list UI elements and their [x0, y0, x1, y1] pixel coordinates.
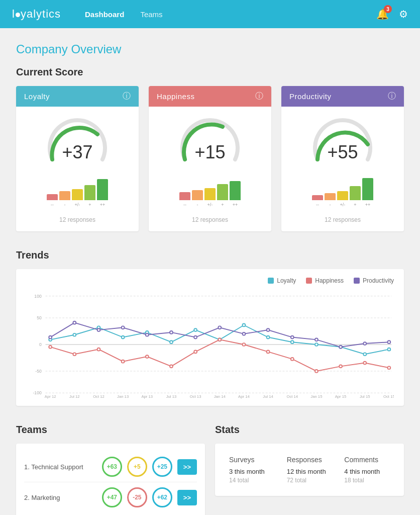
bar-label: ++ — [230, 202, 241, 207]
page-title: Company Overview — [16, 42, 404, 56]
bar-label: ++ — [97, 202, 108, 207]
bar-item — [47, 194, 58, 200]
legend-productivity: Productivity — [354, 277, 394, 284]
bar-label: ++ — [362, 202, 373, 207]
team-score-loyalty: +63 — [102, 457, 122, 477]
nav-teams[interactable]: Teams — [140, 10, 162, 19]
score-cards: Loyalty ⓘ +37 — [16, 86, 404, 231]
svg-point-27 — [97, 348, 100, 351]
svg-point-38 — [363, 362, 366, 365]
team-arrow-button[interactable]: >> — [177, 459, 197, 475]
productivity-gauge: +55 — [310, 117, 375, 167]
bar-item — [350, 186, 361, 200]
stat-responses-title: Responses — [287, 456, 333, 464]
loyalty-bar-labels: -- - +/- + ++ — [47, 202, 108, 207]
bar-item — [192, 190, 203, 200]
svg-text:Apr 14: Apr 14 — [238, 394, 250, 399]
stat-comments: Comments 4 this month 18 total — [338, 452, 396, 488]
svg-point-24 — [387, 348, 390, 351]
stat-comments-title: Comments — [344, 456, 390, 464]
svg-text:-100: -100 — [33, 390, 42, 395]
bar-label: +/- — [72, 202, 83, 207]
stat-responses-total: 72 total — [287, 477, 333, 484]
svg-point-16 — [194, 328, 197, 331]
svg-text:Jan 15: Jan 15 — [310, 394, 322, 399]
team-row: 2. Marketing +47 -25 +62 >> — [24, 482, 197, 512]
loyalty-info-icon[interactable]: ⓘ — [123, 91, 131, 102]
svg-text:Apr 12: Apr 12 — [45, 394, 56, 399]
main-content: Company Overview Current Score Loyalty ⓘ… — [0, 28, 420, 515]
settings-button[interactable]: ⚙ — [399, 8, 408, 20]
loyalty-value: +37 — [45, 142, 110, 163]
main-nav: Dashboard Teams — [85, 10, 163, 19]
legend-loyalty-label: Loyalty — [277, 277, 296, 284]
bar-item — [59, 191, 70, 200]
productivity-bar-chart: -- - +/- + ++ — [289, 175, 396, 207]
bar-item — [325, 193, 336, 200]
svg-point-33 — [243, 343, 246, 346]
svg-text:Oct 14: Oct 14 — [286, 394, 298, 399]
trends-chart-area: 100 50 0 -50 -100 — [26, 289, 394, 400]
legend-productivity-dot — [354, 278, 360, 284]
happiness-value: +15 — [177, 142, 243, 163]
team-score-happiness: -25 — [127, 487, 147, 507]
team-arrow-button[interactable]: >> — [177, 490, 197, 505]
svg-point-13 — [122, 336, 125, 339]
svg-point-39 — [387, 366, 390, 369]
svg-point-52 — [339, 346, 342, 349]
svg-text:100: 100 — [34, 294, 42, 299]
svg-point-36 — [315, 370, 318, 373]
svg-point-42 — [97, 328, 100, 331]
bar-item — [312, 195, 323, 200]
happiness-info-icon[interactable]: ⓘ — [255, 91, 263, 102]
happiness-bar-labels: -- - +/- + ++ — [179, 202, 241, 207]
svg-point-30 — [170, 365, 173, 368]
productivity-header: Productivity ⓘ — [281, 86, 404, 107]
navbar: lyalytics Dashboard Teams 🔔 3 ⚙ — [0, 0, 420, 28]
team-name: 2. Marketing — [24, 494, 97, 501]
nav-dashboard[interactable]: Dashboard — [85, 10, 124, 19]
svg-point-41 — [73, 321, 76, 324]
svg-point-37 — [339, 365, 342, 368]
team-row: 1. Technical Support +63 +5 +25 >> — [24, 452, 197, 482]
svg-point-53 — [363, 342, 366, 345]
stats-section-title: Stats — [215, 424, 404, 436]
trends-svg: 100 50 0 -50 -100 — [26, 289, 394, 400]
bar-item — [217, 184, 228, 200]
team-name: 1. Technical Support — [24, 463, 97, 471]
productivity-info-icon[interactable]: ⓘ — [388, 91, 396, 102]
trends-title: Trends — [16, 249, 404, 261]
loyalty-bar-chart: -- - +/- + ++ — [24, 175, 131, 207]
bar-item — [204, 188, 216, 200]
happiness-responses: 12 responses — [192, 216, 228, 223]
bar-label: + — [84, 202, 95, 207]
stats-section: Stats Surveys 3 this month 14 total Resp… — [215, 424, 404, 515]
svg-point-20 — [291, 340, 294, 344]
notification-button[interactable]: 🔔 3 — [376, 8, 389, 20]
svg-point-48 — [243, 332, 246, 335]
svg-text:50: 50 — [37, 315, 42, 320]
svg-point-18 — [243, 324, 246, 327]
svg-point-32 — [218, 338, 221, 341]
bar-item — [362, 178, 373, 200]
teams-section-title: Teams — [16, 424, 205, 436]
productivity-bar-labels: -- - +/- + ++ — [312, 202, 373, 207]
bar-label: + — [350, 202, 361, 207]
bar-label: -- — [312, 202, 323, 207]
productivity-body: +55 -- - +/- + ++ — [281, 107, 404, 231]
productivity-bars — [312, 175, 373, 200]
svg-text:0: 0 — [39, 342, 42, 347]
stats-card: Surveys 3 this month 14 total Responses … — [215, 444, 404, 496]
svg-point-54 — [387, 340, 390, 344]
svg-text:Apr 13: Apr 13 — [141, 394, 153, 399]
stat-responses-month: 12 this month — [287, 468, 333, 475]
productivity-value: +55 — [310, 142, 375, 163]
loyalty-responses: 12 responses — [59, 216, 95, 223]
happiness-header: Happiness ⓘ — [149, 86, 271, 107]
bar-label: - — [325, 202, 336, 207]
notification-badge: 3 — [384, 5, 392, 13]
navbar-right: 🔔 3 ⚙ — [376, 8, 408, 20]
legend-loyalty: Loyalty — [268, 277, 296, 284]
svg-point-11 — [73, 333, 76, 336]
svg-text:Jul 12: Jul 12 — [69, 394, 80, 399]
